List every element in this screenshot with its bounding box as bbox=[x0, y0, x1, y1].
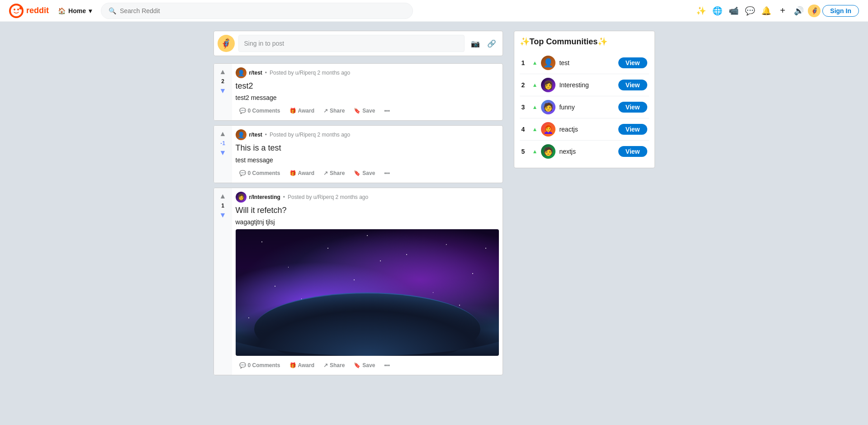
community-trend-icon: ▲ bbox=[532, 82, 538, 88]
post-content: 👤 r/test • Posted by u/Riperq 2 months a… bbox=[232, 64, 503, 120]
sign-in-button[interactable]: Sign In bbox=[822, 5, 859, 17]
subreddit-link[interactable]: r/test bbox=[249, 70, 262, 76]
comments-button[interactable]: 💬 0 Comments bbox=[236, 105, 284, 117]
chat-button[interactable]: 💬 bbox=[743, 4, 757, 18]
community-name: Interesting bbox=[559, 81, 614, 89]
view-community-button[interactable]: View bbox=[618, 124, 647, 135]
community-avatar: 🧑 bbox=[541, 144, 555, 159]
save-button[interactable]: 🔖 Save bbox=[350, 105, 379, 117]
vote-section: ▲ -1 ▼ bbox=[214, 126, 232, 182]
svg-point-2 bbox=[17, 9, 19, 10]
globe-button[interactable]: 🌐 bbox=[710, 4, 725, 18]
search-input[interactable] bbox=[120, 7, 405, 14]
sidebar-area: ✨Top Communities✨ 1 ▲ 👤 test View 2 ▲ 👩 … bbox=[514, 31, 655, 380]
post-title[interactable]: test2 bbox=[236, 81, 499, 91]
top-communities-title: ✨Top Communities✨ bbox=[520, 37, 649, 47]
award-button[interactable]: 🎁 Award bbox=[286, 167, 318, 179]
view-community-button[interactable]: View bbox=[618, 80, 647, 90]
post-meta: 👩 r/Interesting • Posted by u/Riperq 2 m… bbox=[236, 192, 499, 203]
reddit-logo-text: reddit bbox=[26, 6, 49, 15]
community-rank: 3 bbox=[522, 104, 529, 111]
community-trend-icon: ▲ bbox=[532, 126, 538, 132]
post-meta: 👤 r/test • Posted by u/Riperq 2 months a… bbox=[236, 67, 499, 78]
downvote-button[interactable]: ▼ bbox=[218, 148, 228, 157]
planet-arc bbox=[254, 293, 480, 356]
main-container: 🦸 Sing in to post 📷 🔗 ▲ 2 ▼ 👤 r/test • bbox=[163, 22, 706, 389]
vote-count: 1 bbox=[221, 203, 224, 209]
post-body: test2 message bbox=[236, 94, 499, 101]
header-right: ✨ 🌐 📹 💬 🔔 + 🔊 🦸 Sign In bbox=[694, 4, 859, 18]
community-row: 1 ▲ 👤 test View bbox=[520, 52, 649, 74]
community-avatar: 👩‍🦰 bbox=[541, 122, 555, 137]
comments-button[interactable]: 💬 0 Comments bbox=[236, 167, 284, 179]
feed-area: 🦸 Sing in to post 📷 🔗 ▲ 2 ▼ 👤 r/test • bbox=[213, 31, 503, 380]
logo-area[interactable]: reddit bbox=[9, 4, 49, 18]
post-subreddit-avatar: 👩 bbox=[236, 192, 247, 203]
post-card: ▲ 2 ▼ 👤 r/test • Posted by u/Riperq 2 mo… bbox=[213, 63, 503, 121]
save-button[interactable]: 🔖 Save bbox=[350, 167, 379, 179]
community-avatar: 👩 bbox=[541, 78, 555, 92]
community-row: 2 ▲ 👩 Interesting View bbox=[520, 74, 649, 96]
community-name: reactjs bbox=[559, 126, 614, 133]
community-name: funny bbox=[559, 104, 614, 111]
vote-count: -1 bbox=[220, 140, 225, 146]
more-button[interactable]: ••• bbox=[380, 167, 394, 179]
subreddit-link[interactable]: r/test bbox=[249, 132, 262, 138]
sign-in-label: Sign In bbox=[830, 7, 851, 14]
more-button[interactable]: ••• bbox=[380, 105, 394, 117]
home-label: Home bbox=[68, 7, 86, 14]
community-name: nextjs bbox=[559, 148, 614, 155]
save-button[interactable]: 🔖 Save bbox=[350, 359, 379, 371]
link-button[interactable]: 🔗 bbox=[484, 36, 499, 51]
community-rank: 5 bbox=[522, 148, 529, 155]
sparkle-button[interactable]: ✨ bbox=[694, 4, 708, 18]
camera-button[interactable]: 📷 bbox=[468, 36, 483, 51]
community-trend-icon: ▲ bbox=[532, 148, 538, 155]
glow-center bbox=[349, 354, 385, 356]
top-communities-card: ✨Top Communities✨ 1 ▲ 👤 test View 2 ▲ 👩 … bbox=[514, 31, 655, 168]
share-button[interactable]: ↗ Share bbox=[320, 167, 348, 179]
post-title[interactable]: This is a test bbox=[236, 143, 499, 153]
post-create-input[interactable]: Sing in to post bbox=[238, 35, 465, 52]
post-title[interactable]: Will it refetch? bbox=[236, 205, 499, 216]
downvote-button[interactable]: ▼ bbox=[218, 211, 228, 220]
search-icon: 🔍 bbox=[109, 7, 116, 14]
upvote-button[interactable]: ▲ bbox=[218, 129, 228, 138]
community-rank: 1 bbox=[522, 59, 529, 66]
audio-button[interactable]: 🔊 bbox=[792, 4, 806, 18]
community-row: 5 ▲ 🧑 nextjs View bbox=[520, 141, 649, 162]
community-avatar: 🧑 bbox=[541, 100, 555, 114]
vote-count: 2 bbox=[221, 78, 224, 85]
video-button[interactable]: 📹 bbox=[726, 4, 741, 18]
community-trend-icon: ▲ bbox=[532, 104, 538, 110]
view-community-button[interactable]: View bbox=[618, 57, 647, 68]
more-button[interactable]: ••• bbox=[380, 359, 394, 371]
share-button[interactable]: ↗ Share bbox=[320, 105, 348, 117]
post-actions: 💬 0 Comments 🎁 Award ↗ Share 🔖 Save ••• bbox=[236, 105, 499, 117]
upvote-button[interactable]: ▲ bbox=[218, 192, 228, 201]
comments-button[interactable]: 💬 0 Comments bbox=[236, 359, 284, 371]
share-button[interactable]: ↗ Share bbox=[320, 359, 348, 371]
community-rank: 2 bbox=[522, 81, 529, 89]
bell-button[interactable]: 🔔 bbox=[759, 4, 773, 18]
view-community-button[interactable]: View bbox=[618, 102, 647, 113]
downvote-button[interactable]: ▼ bbox=[218, 86, 228, 95]
view-community-button[interactable]: View bbox=[618, 146, 647, 157]
post-subreddit-avatar: 👤 bbox=[236, 67, 247, 78]
upvote-button[interactable]: ▲ bbox=[218, 67, 228, 76]
plus-button[interactable]: + bbox=[775, 4, 790, 18]
post-card: ▲ -1 ▼ 👤 r/test • Posted by u/Riperq 2 m… bbox=[213, 125, 503, 183]
home-nav[interactable]: 🏠 Home ▾ bbox=[54, 5, 95, 16]
create-post-avatar: 🦸 bbox=[218, 35, 235, 52]
subreddit-link[interactable]: r/Interesting bbox=[249, 194, 280, 200]
post-meta: 👤 r/test • Posted by u/Riperq 2 months a… bbox=[236, 129, 499, 140]
post-body: test message bbox=[236, 156, 499, 164]
community-row: 3 ▲ 🧑 funny View bbox=[520, 96, 649, 118]
post-body: wagagtjtnj tjlsj bbox=[236, 218, 499, 226]
search-bar[interactable]: 🔍 bbox=[101, 3, 413, 19]
vote-section: ▲ 2 ▼ bbox=[214, 64, 232, 120]
post-create-placeholder: Sing in to post bbox=[244, 40, 285, 47]
award-button[interactable]: 🎁 Award bbox=[286, 359, 318, 371]
award-button[interactable]: 🎁 Award bbox=[286, 105, 318, 117]
user-avatar[interactable]: 🦸 bbox=[808, 5, 821, 17]
